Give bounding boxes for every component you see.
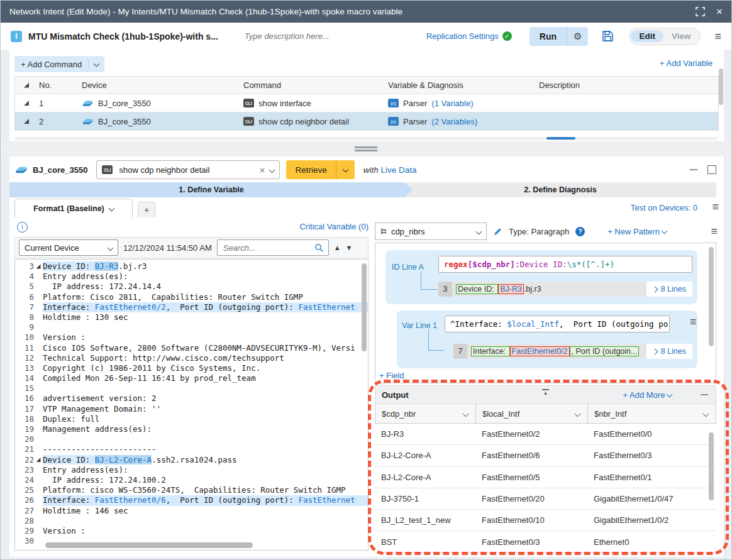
tabs-menu-icon[interactable]: ≡ bbox=[712, 201, 719, 212]
device-selector-value: Current Device bbox=[25, 243, 79, 253]
output-row: BSTFastEthernet0/3Ethernet0 bbox=[375, 531, 716, 552]
replication-settings-link[interactable]: Replication Settings bbox=[426, 31, 499, 41]
intent-icon: I bbox=[11, 31, 22, 42]
device-name: BJ_core_3550 bbox=[98, 117, 151, 126]
info-icon[interactable]: i bbox=[17, 222, 28, 233]
collapse-output-icon[interactable]: ▲ bbox=[542, 389, 550, 397]
section-splitter[interactable] bbox=[1, 141, 731, 156]
output-row: BJ-L2-Core-AFastEthernet0/5FastEthernet0… bbox=[375, 467, 716, 488]
test-on-devices-link[interactable]: Test on Devices: 0 bbox=[631, 203, 697, 212]
search-box[interactable] bbox=[217, 239, 329, 256]
close-icon[interactable]: × bbox=[716, 6, 723, 17]
command-row-1[interactable]: 1 BJ_core_3550 CLI show interface (x) Pa… bbox=[15, 94, 718, 113]
run-button-group: Run ⚙ bbox=[530, 27, 589, 46]
table-horizontal-scrollbar[interactable] bbox=[14, 137, 718, 140]
retrieve-button[interactable]: Retrieve bbox=[286, 165, 335, 175]
search-input[interactable] bbox=[222, 243, 314, 253]
tab-dropdown-icon[interactable] bbox=[108, 206, 114, 212]
run-settings-gear-icon[interactable]: ⚙ bbox=[567, 31, 588, 42]
output-section: Output ▲ + Add More $cdp_nbr $local_Intf… bbox=[375, 385, 716, 550]
parser-count-link[interactable]: (2 Variables) bbox=[431, 117, 477, 126]
row-expand-icon[interactable] bbox=[15, 101, 38, 106]
chevron-down-icon bbox=[463, 410, 469, 417]
run-button[interactable]: Run bbox=[530, 31, 567, 41]
command-row-2[interactable]: 2 BJ_core_3550 CLI show cdp neighbor det… bbox=[15, 113, 718, 131]
minimize-panel-icon[interactable] bbox=[690, 169, 697, 170]
id-line-match-row: 3 Device ID: BJ-R3.bj.r3 8 Lines bbox=[438, 282, 692, 297]
expand-lines-link[interactable]: 8 Lines bbox=[646, 344, 692, 359]
variable-dropdown[interactable]: cdp_nbrs bbox=[375, 222, 487, 240]
step-define-variable[interactable]: 1. Define Variable bbox=[9, 182, 413, 197]
edit-pencil-icon[interactable] bbox=[493, 227, 502, 236]
expand-lines-link[interactable]: 8 Lines bbox=[646, 282, 692, 297]
table-vertical-scrollbar[interactable] bbox=[719, 69, 723, 105]
search-icon[interactable] bbox=[314, 243, 324, 253]
pattern-menu-icon[interactable]: ≡ bbox=[711, 226, 718, 237]
variable-name: cdp_nbrs bbox=[391, 227, 473, 236]
tab-format1-baseline[interactable]: Format1 (Baseline) bbox=[14, 199, 133, 217]
output-column-headers: $cdp_nbr $local_Intf $nbr_Intf bbox=[375, 404, 716, 424]
add-command-dropdown-icon[interactable] bbox=[89, 60, 104, 69]
fold-icon[interactable] bbox=[36, 458, 41, 462]
device-selector-dropdown[interactable]: Current Device bbox=[19, 239, 118, 256]
var-line-pattern-input[interactable]: ^Interface: $local_Intf, Port ID (outgoi… bbox=[445, 316, 670, 332]
device-name: BJ_core_3550 bbox=[98, 99, 151, 108]
new-pattern-link[interactable]: + New Pattern bbox=[607, 227, 666, 236]
output-col-cdp-nbr[interactable]: $cdp_nbr bbox=[375, 404, 476, 423]
code-line: 27Holdtime : 146 sec bbox=[15, 506, 368, 516]
code-line: 7Interface: FastEthernet0/2, Port ID (ou… bbox=[15, 302, 368, 312]
add-command-button[interactable]: + Add Command bbox=[14, 56, 104, 72]
command-input[interactable]: CLI × bbox=[96, 160, 280, 179]
code-line: 13Copyright (c) 1986-2011 by Cisco Syste… bbox=[15, 363, 368, 373]
add-format-tab[interactable]: + bbox=[138, 202, 155, 217]
live-data-link[interactable]: Live Data bbox=[381, 165, 417, 175]
output-scrollbar[interactable] bbox=[709, 432, 714, 500]
tree-icon bbox=[380, 228, 387, 235]
description-input[interactable] bbox=[243, 31, 422, 41]
editor-horizontal-scrollbar[interactable] bbox=[45, 542, 253, 548]
find-previous-icon[interactable]: ▲ bbox=[334, 244, 341, 251]
critical-variable-link[interactable]: Critical Variable (0) bbox=[299, 222, 369, 231]
window-scrollbar-track[interactable] bbox=[724, 156, 732, 557]
splitter-handle[interactable] bbox=[355, 145, 377, 153]
id-line-label: ID Line A bbox=[392, 263, 424, 272]
col-variable-diagnosis: Variable & Diagnosis bbox=[388, 80, 539, 90]
save-icon[interactable] bbox=[602, 30, 614, 42]
command-value[interactable] bbox=[118, 165, 254, 175]
edit-toggle[interactable]: Edit bbox=[631, 30, 663, 42]
add-field-link[interactable]: + Field bbox=[379, 371, 404, 380]
row-expand-icon[interactable] bbox=[15, 119, 38, 124]
maximize-panel-icon[interactable] bbox=[707, 165, 716, 174]
help-icon[interactable]: ? bbox=[575, 227, 585, 236]
variable-toolbar: cdp_nbrs Type: Paragraph ? + New Pattern… bbox=[375, 222, 719, 241]
sample-text-editor[interactable]: 3Device ID: BJ-R3.bj.r3 4Entry address(e… bbox=[14, 259, 369, 551]
sample-toolbar: Current Device 12/12/2024 11:54:50 AM ▲ … bbox=[14, 237, 369, 258]
var-line-menu-icon[interactable]: ≡ bbox=[690, 316, 697, 327]
step-define-diagnosis[interactable]: 2. Define Diagnosis bbox=[404, 182, 716, 197]
parser-label: Parser bbox=[403, 117, 427, 126]
fold-icon[interactable] bbox=[36, 265, 41, 269]
add-variable-link[interactable]: + Add Variable bbox=[660, 58, 713, 68]
expand-all-icon[interactable] bbox=[15, 83, 38, 88]
code-line: 9 bbox=[15, 322, 368, 332]
header-menu-icon[interactable]: ≡ bbox=[714, 31, 721, 42]
output-col-nbr-intf[interactable]: $nbr_Intf bbox=[588, 404, 716, 423]
command-dropdown-icon[interactable] bbox=[269, 167, 275, 173]
pattern-panel-scrollbar[interactable] bbox=[709, 247, 714, 346]
row-command: CLI show cdp neighbor detail bbox=[243, 117, 388, 126]
find-next-icon[interactable]: ▼ bbox=[346, 244, 353, 251]
scrollbar-thumb[interactable] bbox=[546, 137, 575, 140]
cli-icon: CLI bbox=[243, 99, 254, 107]
add-more-link[interactable]: + Add More bbox=[623, 390, 672, 400]
code-line: 24 IP address: 172.24.100.2 bbox=[15, 475, 368, 485]
editor-vertical-scrollbar[interactable] bbox=[362, 263, 367, 351]
clear-command-icon[interactable]: × bbox=[260, 165, 265, 175]
view-toggle[interactable]: View bbox=[663, 30, 699, 42]
parser-count-link[interactable]: (1 Variable) bbox=[431, 99, 473, 108]
maximize-icon[interactable] bbox=[696, 7, 705, 16]
id-line-regex-input[interactable]: regex[$cdp_nbr]:Device ID:\s*([^.]+) bbox=[438, 256, 692, 273]
with-label: with bbox=[363, 165, 379, 175]
minimize-output-icon[interactable] bbox=[701, 394, 708, 395]
output-col-local-intf[interactable]: $local_Intf bbox=[476, 404, 588, 423]
retrieve-dropdown-icon[interactable] bbox=[336, 164, 355, 175]
